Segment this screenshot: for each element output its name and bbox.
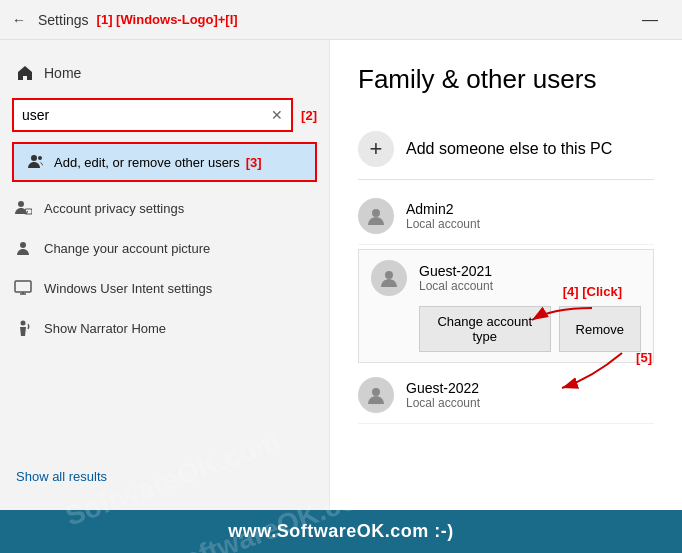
show-all-results-button[interactable]: Show all results bbox=[0, 459, 329, 494]
user-entry-guest2021[interactable]: Guest-2021 Local account Change account … bbox=[358, 249, 654, 363]
users-icon bbox=[26, 152, 46, 172]
page-title: Family & other users bbox=[358, 64, 654, 95]
narrator-label: Show Narrator Home bbox=[44, 321, 166, 336]
guest2022-avatar bbox=[358, 377, 394, 413]
svg-point-12 bbox=[372, 388, 380, 396]
guest2022-info: Guest-2022 Local account bbox=[406, 380, 480, 410]
content-area: Home ✕ [2] bbox=[0, 40, 682, 510]
sidebar-item-narrator[interactable]: Show Narrator Home bbox=[0, 308, 329, 348]
sidebar-item-account-picture[interactable]: Change your account picture bbox=[0, 228, 329, 268]
search-clear-button[interactable]: ✕ bbox=[271, 107, 283, 123]
guest2021-sub: Local account bbox=[419, 279, 493, 293]
sidebar-item-user-intent[interactable]: Windows User Intent settings bbox=[0, 268, 329, 308]
sidebar-home-item[interactable]: Home bbox=[0, 56, 329, 90]
home-icon bbox=[16, 64, 34, 82]
shortcut-label: [1] [Windows-Logo]+[I] bbox=[97, 12, 238, 27]
back-button[interactable]: ← bbox=[12, 12, 26, 28]
minimize-button[interactable]: — bbox=[630, 4, 670, 36]
svg-point-0 bbox=[31, 155, 37, 161]
guest2021-info: Guest-2021 Local account bbox=[419, 263, 493, 293]
svg-rect-6 bbox=[15, 281, 31, 292]
website-url: www.SoftwareOK.com :-) bbox=[228, 521, 453, 542]
admin2-info: Admin2 Local account bbox=[406, 201, 480, 231]
guest2021-avatar bbox=[371, 260, 407, 296]
sidebar-item-account-privacy[interactable]: Account privacy settings bbox=[0, 188, 329, 228]
account-picture-label: Change your account picture bbox=[44, 241, 210, 256]
search-row: ✕ [2] bbox=[12, 98, 317, 132]
guest2022-name: Guest-2022 bbox=[406, 380, 480, 396]
search-result-add-users[interactable]: Add, edit, or remove other users [3] bbox=[12, 142, 317, 182]
remove-user-button[interactable]: Remove bbox=[559, 306, 641, 352]
change-account-type-button[interactable]: Change account type bbox=[419, 306, 551, 352]
search-container: ✕ bbox=[12, 98, 293, 132]
svg-point-10 bbox=[372, 209, 380, 217]
guest2022-sub: Local account bbox=[406, 396, 480, 410]
svg-point-11 bbox=[385, 271, 393, 279]
settings-window: ← Settings [1] [Windows-Logo]+[I] — Home bbox=[0, 0, 682, 510]
sidebar: Home ✕ [2] bbox=[0, 40, 330, 510]
user-intent-label: Windows User Intent settings bbox=[44, 281, 212, 296]
main-panel: Family & other users + Add someone else … bbox=[330, 40, 682, 510]
admin2-name: Admin2 bbox=[406, 201, 480, 217]
result-annotation: [3] bbox=[246, 155, 262, 170]
add-plus-icon: + bbox=[358, 131, 394, 167]
account-privacy-icon bbox=[12, 197, 34, 219]
highlighted-result-label: Add, edit, or remove other users bbox=[54, 155, 240, 170]
titlebar: ← Settings [1] [Windows-Logo]+[I] — bbox=[0, 0, 682, 40]
monitor-icon bbox=[12, 277, 34, 299]
user-entry-guest2022[interactable]: Guest-2022 Local account bbox=[358, 367, 654, 424]
search-input[interactable] bbox=[22, 107, 271, 123]
window-controls: — bbox=[630, 4, 670, 36]
window-title: Settings bbox=[38, 12, 89, 28]
account-privacy-label: Account privacy settings bbox=[44, 201, 184, 216]
add-someone-label: Add someone else to this PC bbox=[406, 140, 612, 158]
bottom-strip: www.SoftwareOK.com :-) bbox=[0, 510, 682, 553]
account-picture-icon bbox=[12, 237, 34, 259]
admin2-sub: Local account bbox=[406, 217, 480, 231]
search-annotation: [2] bbox=[301, 108, 317, 123]
guest2021-name: Guest-2021 bbox=[419, 263, 493, 279]
admin2-avatar bbox=[358, 198, 394, 234]
svg-point-1 bbox=[38, 156, 42, 160]
add-someone-button[interactable]: + Add someone else to this PC bbox=[358, 119, 654, 180]
guest2021-actions: Change account type Remove bbox=[371, 306, 641, 352]
narrator-icon bbox=[12, 317, 34, 339]
guest2021-top: Guest-2021 Local account bbox=[371, 260, 641, 296]
svg-point-9 bbox=[21, 321, 26, 326]
svg-point-2 bbox=[18, 201, 24, 207]
home-label: Home bbox=[44, 65, 81, 81]
svg-point-5 bbox=[20, 242, 26, 248]
user-entry-admin2[interactable]: Admin2 Local account bbox=[358, 188, 654, 245]
